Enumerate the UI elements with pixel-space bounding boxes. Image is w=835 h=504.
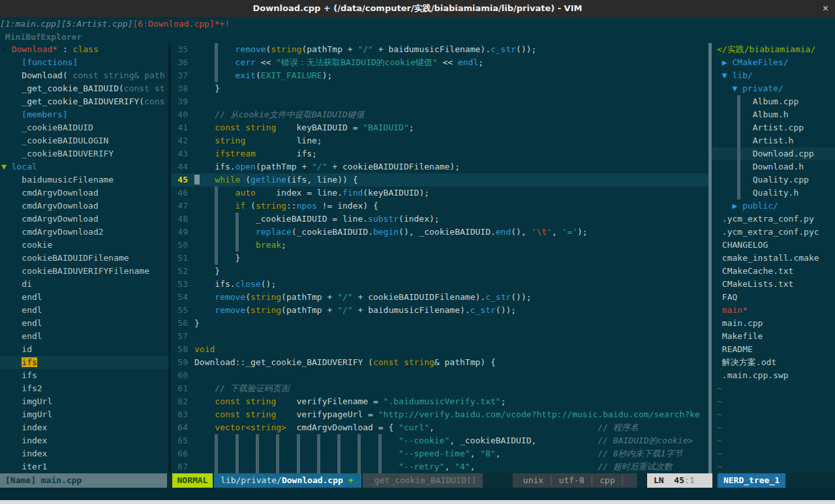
code-line[interactable]: 57 [171,330,708,343]
tagbar-item[interactable]: endl [0,304,168,317]
nerdtree-item[interactable]: ~ [712,447,835,460]
nerdtree-item[interactable]: Album.h [712,108,835,121]
code-line[interactable]: 60 [171,369,708,382]
tagbar-item[interactable]: endl [0,317,168,330]
tagbar-item[interactable]: index [0,434,168,447]
nerdtree-item[interactable]: Makefile [712,330,835,343]
code-line[interactable]: 65 "--cookie", _cookieBAIDUID, // BAIDUI… [171,434,708,447]
code-line[interactable]: 63 const string verifypageUrl = "http://… [171,408,708,421]
code-line[interactable]: 67 "--retry", "4", // 超时后重试次数 [171,460,708,473]
tagbar-item[interactable]: id [0,343,168,356]
nerdtree-item[interactable]: ~ [712,382,835,395]
tagbar-item[interactable]: cmdArgvDownload2 [0,226,168,239]
nerdtree-item[interactable]: CMakeCache.txt [712,265,835,278]
tagbar-item[interactable]: _cookieBAIDUID [0,121,168,134]
code-line[interactable]: 52 } [171,265,708,278]
nerdtree-item[interactable]: CMakeLists.txt [712,278,835,291]
tagbar-item[interactable]: endl [0,330,168,343]
tagbar-item[interactable]: iter1 [0,460,168,473]
tagbar-item[interactable]: imgUrl [0,408,168,421]
nerdtree-item[interactable]: Download.cpp [712,147,835,160]
tagbar-item[interactable]: baidumusicFilename [0,173,168,186]
command-line[interactable] [0,488,835,500]
nerdtree-item[interactable]: ~ [712,421,835,434]
code-line[interactable]: 56} [171,317,708,330]
tagbar-item[interactable]: cookieBAIDUVERIFYFilename [0,265,168,278]
code-line[interactable]: 59Download::_get_cookie_BAIDUVERIFY (con… [171,356,708,369]
nerdtree-item[interactable]: Quality.cpp [712,173,835,186]
code-line[interactable]: 35 remove(string(pathTmp + "/" + baidumu… [171,43,708,56]
tagbar-item[interactable]: _cookieBAIDUVERIFY [0,147,168,160]
code-line[interactable]: 41 const string keyBAIDUID = "BAIDUID"; [171,121,708,134]
tagbar-item[interactable]: cookie [0,239,168,252]
tagbar-item[interactable]: _get_cookie_BAIDUVERIFY(cons [0,95,168,108]
buffer-tab-active[interactable]: [6:Download.cpp]*+! [133,19,230,29]
nerdtree-item[interactable]: FAQ [712,291,835,304]
code-line[interactable]: 37 exit(EXIT_FAILURE); [171,69,708,82]
nerdtree-item[interactable]: Artist.h [712,134,835,147]
code-line[interactable]: 58void [171,343,708,356]
code-line[interactable]: 53 ifs.close(); [171,278,708,291]
buffer-tab-inactive[interactable]: [1:main.cpp][5:Artist.cpp] [0,19,133,29]
code-editor-window[interactable]: 35 remove(string(pathTmp + "/" + baidumu… [171,43,708,473]
nerdtree-item[interactable]: main.cpp [712,317,835,330]
tagbar-item[interactable]: _cookieBAIDULOGIN [0,134,168,147]
tagbar-item[interactable]: ifs [0,369,168,382]
nerdtree-item[interactable]: ~ [712,395,835,408]
tagbar-item[interactable]: [functions] [0,56,168,69]
nerdtree-item[interactable]: .ycm_extra_conf.py [712,213,835,226]
code-line[interactable]: 46 auto index = line.find(keyBAIDUID); [171,186,708,200]
nerdtree-item[interactable]: ~ [712,434,835,447]
tagbar-item[interactable]: [members] [0,108,168,121]
code-line[interactable]: 43 ifstream ifs; [171,147,708,160]
nerdtree-item[interactable]: Artist.cpp [712,121,835,134]
nerdtree-item[interactable]: ▶ public/ [712,200,835,213]
code-line[interactable]: 45 while (getline(ifs, line)) { [171,173,708,186]
nerdtree-item[interactable]: .ycm_extra_conf.pyc [712,226,835,239]
tagbar-item[interactable]: _get_cookie_BAIDUID(const st [0,82,168,95]
code-line[interactable]: 47 if (string::npos != index) { [171,200,708,213]
tagbar-item[interactable]: index [0,421,168,434]
nerdtree-item[interactable]: Album.cpp [712,95,835,108]
tagbar-item[interactable]: cmdArgvDownload [0,186,168,200]
nerdtree-item[interactable]: Quality.h [712,186,835,200]
tagbar-item[interactable]: imgUrl [0,395,168,408]
tagbar-item[interactable]: cookieBAIDUIDFilename [0,252,168,265]
nerdtree-window[interactable]: </实践/biabiamiamia/ ▶ CMakeFiles/ ▼ lib/ … [712,43,835,473]
tagbar-item[interactable]: index [0,447,168,460]
code-line[interactable]: 49 replace(_cookieBAIDUID.begin(), _cook… [171,226,708,239]
nerdtree-item[interactable]: README [712,343,835,356]
nerdtree-item[interactable]: .main.cpp.swp [712,369,835,382]
nerdtree-item[interactable]: ▼ lib/ [712,69,835,82]
nerdtree-item[interactable]: ▼ private/ [712,82,835,95]
nerdtree-item[interactable]: main* [712,304,835,317]
tagbar-item[interactable]: ifs [0,356,168,369]
code-line[interactable]: 61 // 下载验证码页面 [171,382,708,395]
nerdtree-item[interactable]: ~ [712,460,835,473]
code-line[interactable]: 62 const string verifyFilename = ".baidu… [171,395,708,408]
code-line[interactable]: 40 // 从cookie文件中提取BAIDUID键值 [171,108,708,121]
tagbar-item[interactable]: endl [0,291,168,304]
code-line[interactable]: 36 cerr << "错误：无法获取BAIDUID的cookie键值" << … [171,56,708,69]
nerdtree-item[interactable]: </实践/biabiamiamia/ [712,43,835,56]
code-line[interactable]: 48 _cookieBAIDUID = line.substr(index); [171,213,708,226]
code-line[interactable]: 51 } [171,252,708,265]
code-line[interactable]: 66 "--speed-time", "8", // 8秒内未下载1字节 [171,447,708,460]
code-line[interactable]: 39 [171,95,708,108]
nerdtree-item[interactable]: cmake_install.cmake [712,252,835,265]
tagbar-item[interactable]: cmdArgvDownload [0,213,168,226]
close-icon[interactable]: ✕ [823,2,828,14]
tagbar-item[interactable]: ▼ local [0,160,168,173]
nerdtree-item[interactable]: Download.h [712,160,835,173]
tagbar-item[interactable]: ifs2 [0,382,168,395]
code-line[interactable]: 54 remove(string(pathTmp + "/" + cookieB… [171,291,708,304]
code-line[interactable]: 44 ifs.open(pathTmp + "/" + cookieBAIDUI… [171,160,708,173]
code-line[interactable]: 64 vector<string> cmdArgvDownload = { "c… [171,421,708,434]
nerdtree-item[interactable]: ▶ CMakeFiles/ [712,56,835,69]
tagbar-item[interactable]: Download( const string& path [0,69,168,82]
code-line[interactable]: 50 break; [171,239,708,252]
nerdtree-item[interactable]: CHANGELOG [712,239,835,252]
nerdtree-item[interactable]: ~ [712,408,835,421]
tagbar-window[interactable]: ▼ Download* : class [functions] Download… [0,43,168,473]
tagbar-item[interactable]: ▼ Download* : class [0,43,168,56]
